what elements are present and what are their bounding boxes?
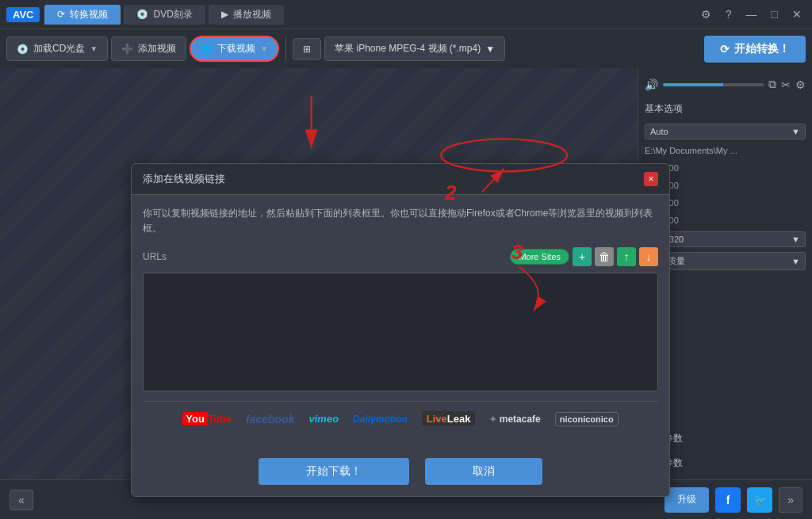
modal-body: 你可以复制视频链接的地址，然后粘贴到下面的列表框里。你也可以直接拖动Firefo… [132,195,669,447]
copy-icon[interactable]: ⧉ [768,78,776,91]
play-icon: ▶ [221,9,228,20]
volume-icon[interactable]: 🔊 [645,78,658,91]
basic-options-label: 基本选项 [645,99,806,119]
tab-play[interactable]: ▶ 播放视频 [209,5,284,25]
add-url-button[interactable]: + [573,247,592,266]
modal-header: 添加在线视频链接 × [132,164,669,195]
minimize-icon[interactable]: — [742,6,761,22]
qual-arrow: ▼ [791,257,800,266]
url-input-area[interactable] [143,273,658,391]
main-area: 添加在线视频链接 × 你可以复制视频链接的地址，然后粘贴到下面的列表框里。你也可… [0,68,812,479]
twitter-button[interactable]: 🐦 [747,487,772,513]
add-video-icon: ➕ [121,44,133,55]
content-area: 添加在线视频链接 × 你可以复制视频链接的地址，然后粘贴到下面的列表框里。你也可… [0,68,638,479]
dropdown-arrow: ▼ [90,44,98,53]
vimeo-logo[interactable]: vimeo [309,413,339,425]
move-up-button[interactable]: ↑ [617,247,636,266]
cd-icon: 💿 [17,44,29,55]
delete-url-button[interactable]: 🗑 [595,247,614,266]
panel-controls: 🔊 ⧉ ✂ ⚙ [645,74,806,94]
move-down-button[interactable]: ↓ [639,247,658,266]
cancel-button[interactable]: 取消 [425,458,542,485]
url-label: URLs [143,251,167,262]
format-dropdown-arrow: ▼ [485,44,495,55]
facebook-icon: f [726,494,730,506]
cut-icon[interactable]: ✂ [781,78,791,91]
tab-dvd[interactable]: 💿 DVD刻录 [124,5,205,25]
tab-convert[interactable]: ⟳ 转换视频 [44,5,121,25]
convert-icon: ⟳ [57,9,65,20]
select-arrow: ▼ [791,127,800,136]
dailymotion-logo[interactable]: Dailymotion [353,414,408,425]
titlebar-tabs: ⟳ 转换视频 💿 DVD刻录 ▶ 播放视频 [44,5,696,25]
modal-footer: 开始下载！ 取消 [132,447,669,496]
next-button[interactable]: » [779,487,802,513]
load-cd-button[interactable]: 💿 加载CD光盘 ▼ [6,36,108,61]
volume-slider[interactable] [663,83,764,86]
add-video-modal: 添加在线视频链接 × 你可以复制视频链接的地址，然后粘贴到下面的列表框里。你也可… [131,163,670,497]
maximize-icon[interactable]: □ [768,6,782,22]
modal-description: 你可以复制视频链接的地址，然后粘贴到下面的列表框里。你也可以直接拖动Firefo… [143,206,658,236]
start-download-button[interactable]: 开始下载！ [259,458,409,485]
all-icon: ⊞ [303,44,311,55]
download-icon: 🌐 [201,44,213,55]
upgrade-button[interactable]: 升级 [665,487,709,513]
res-arrow: ▼ [791,235,800,244]
youtube-logo[interactable]: YouTube [182,413,232,425]
dvd-icon: 💿 [136,9,148,20]
separator1 [285,37,286,61]
window-controls: ⚙ ? — □ ✕ [697,6,806,22]
facebook-logo[interactable]: facebook [246,413,294,426]
niconico-logo[interactable]: niconiconico [555,412,619,426]
more-icon[interactable]: ⚙ [795,78,806,91]
auto-select[interactable]: Auto ▼ [645,124,806,139]
liveleak-logo[interactable]: LiveLeak [422,411,476,426]
url-section: URLs More Sites + 🗑 ↑ ↓ [143,247,658,266]
add-video-button[interactable]: ➕ 添加视频 [111,36,186,61]
app-logo: AVC [6,7,40,22]
facebook-button[interactable]: f [715,487,741,513]
settings-icon[interactable]: ⚙ [697,6,715,22]
all-formats-button[interactable]: ⊞ [293,38,321,60]
titlebar: AVC ⟳ 转换视频 💿 DVD刻录 ▶ 播放视频 ⚙ ? — □ ✕ [0,0,812,29]
download-video-button[interactable]: 🌐 下载视频 ▼ [190,36,279,62]
start-convert-button[interactable]: ⟳ 开始转换！ [704,36,806,63]
dropdown-arrow2: ▼ [260,44,268,53]
more-sites-button[interactable]: More Sites [510,249,569,265]
start-icon: ⟳ [720,43,730,55]
prev-button[interactable]: « [10,490,33,510]
metacafe-logo[interactable]: ✦ metacafe [489,414,540,425]
format-selector[interactable]: 苹果 iPhone MPEG-4 视频 (*.mp4) ▼ [324,36,505,61]
bottom-right-buttons: 升级 f 🐦 » [665,487,802,513]
modal-title: 添加在线视频链接 [143,172,225,186]
sites-row: YouTube facebook vimeo Dailymotion LiveL… [143,401,658,436]
help-icon[interactable]: ? [722,6,736,22]
main-toolbar: 💿 加载CD光盘 ▼ ➕ 添加视频 🌐 下载视频 ▼ ⊞ 苹果 iPhone M… [0,29,812,68]
path-value: E:\My Documents\My ... [645,144,806,157]
twitter-icon: 🐦 [753,494,767,506]
modal-close-button[interactable]: × [644,172,658,186]
close-icon[interactable]: ✕ [788,6,806,22]
url-toolbar: More Sites + 🗑 ↑ ↓ [510,247,658,266]
